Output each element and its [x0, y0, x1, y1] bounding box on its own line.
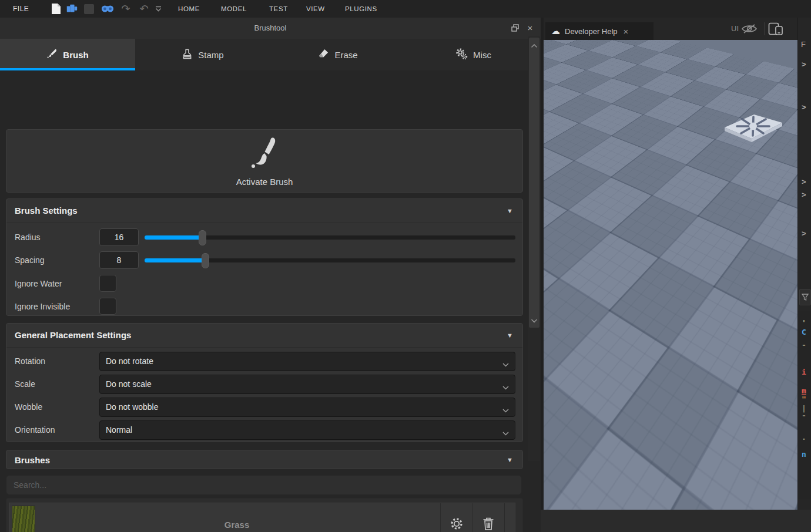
scale-dropdown[interactable]: Do not scale	[99, 375, 515, 394]
gear-icon	[450, 517, 464, 532]
brush-settings-gear-button[interactable]	[440, 503, 472, 532]
spacing-slider[interactable]	[145, 251, 515, 269]
scale-label: Scale	[15, 375, 35, 393]
new-file-icon[interactable]	[49, 2, 62, 15]
redo-icon[interactable]: ↷	[119, 2, 132, 15]
close-tab-icon[interactable]: ×	[624, 26, 629, 36]
tab-misc-label: Misc	[473, 50, 491, 60]
brush-search-input[interactable]	[6, 476, 521, 494]
tab-erase-label: Erase	[334, 50, 357, 60]
code-character: ·	[802, 435, 806, 443]
spacing-slider-handle[interactable]	[202, 253, 209, 268]
code-character: "	[802, 395, 806, 403]
spacing-value-input[interactable]: 8	[99, 251, 139, 269]
scroll-down-icon[interactable]	[531, 315, 538, 325]
undo-icon[interactable]: ↶	[138, 2, 150, 15]
menu-plugins[interactable]: PLUGINS	[345, 0, 377, 18]
brushtool-titlebar: Brushtool ×	[0, 18, 541, 39]
activate-brush-button[interactable]: Activate Brush	[6, 129, 523, 193]
brush-settings-section: Brush Settings ▼ Radius 16 Spacing 8	[6, 198, 523, 316]
code-character: -	[802, 411, 806, 420]
wobble-label: Wobble	[15, 398, 42, 416]
code-character: n	[802, 450, 806, 459]
tab-misc[interactable]: Misc	[406, 39, 541, 70]
collapse-caret-icon[interactable]: ▼	[507, 324, 513, 347]
rotation-value: Do not rotate	[106, 352, 153, 371]
collapse-caret-icon[interactable]: ▼	[507, 199, 513, 223]
tab-brush[interactable]: Brush	[0, 39, 135, 70]
rotation-dropdown[interactable]: Do not rotate	[99, 352, 515, 371]
float-panel-icon[interactable]	[509, 22, 521, 33]
brush-delete-button[interactable]	[472, 503, 505, 532]
3d-viewport[interactable]	[544, 40, 797, 510]
wobble-dropdown[interactable]: Do not wobble	[99, 398, 515, 417]
ignore-invisible-label: Ignore Invisible	[15, 298, 70, 315]
general-placement-header[interactable]: General Placement Settings ▼	[6, 324, 522, 348]
baseplate-ground[interactable]	[544, 40, 797, 510]
ignore-water-checkbox[interactable]	[99, 275, 116, 292]
brush-list-item[interactable]: Grass	[9, 503, 515, 532]
spacing-slider-fill	[145, 258, 205, 262]
filter-funnel-icon[interactable]	[799, 289, 811, 305]
cloud-icon: ☁	[551, 27, 560, 35]
device-emulation-icon[interactable]	[768, 22, 783, 38]
radius-slider-track[interactable]	[145, 235, 515, 240]
ignore-invisible-checkbox[interactable]	[99, 298, 116, 315]
orientation-dropdown[interactable]: Normal	[99, 420, 515, 440]
brush-item-name: Grass	[35, 503, 438, 532]
wobble-value: Do not wobble	[106, 398, 159, 416]
scroll-up-icon[interactable]	[531, 40, 538, 50]
radius-slider-fill	[145, 235, 202, 240]
brush-icon	[46, 48, 58, 61]
general-placement-title: General Placement Settings	[15, 324, 131, 347]
brushtool-content: Activate Brush Brush Settings ▼ Radius 1…	[0, 70, 541, 514]
brushtool-title: Brushtool	[0, 18, 541, 39]
radius-label: Radius	[15, 228, 41, 246]
menu-view[interactable]: VIEW	[306, 0, 325, 18]
chevron-down-icon	[502, 405, 509, 415]
file-menu[interactable]: FILE	[13, 0, 29, 18]
developer-help-label: Developer Help	[565, 27, 618, 36]
code-character: '	[802, 318, 806, 327]
menu-bar: FILE ↷ ↶ HOME MODEL TEST VIEW PLUGINS	[0, 0, 811, 18]
customize-quick-access-icon[interactable]	[154, 2, 162, 15]
close-panel-icon[interactable]: ×	[524, 22, 536, 33]
collapse-caret-icon[interactable]: ▼	[507, 450, 513, 470]
scrollbar-thumb[interactable]	[529, 38, 539, 328]
brush-list: Grass	[6, 498, 523, 532]
eraser-icon	[318, 48, 329, 61]
menu-model[interactable]: MODEL	[221, 0, 247, 18]
code-character: m	[802, 386, 806, 395]
toolbar-divider	[764, 22, 765, 35]
brush-settings-title: Brush Settings	[15, 199, 78, 223]
save-icon[interactable]	[82, 2, 95, 15]
ui-visibility-eye-icon[interactable]	[741, 23, 758, 37]
brush-large-icon	[249, 137, 280, 178]
tab-brush-label: Brush	[63, 50, 88, 60]
activate-brush-label: Activate Brush	[6, 177, 522, 187]
open-place-icon[interactable]	[65, 2, 78, 15]
orientation-label: Orientation	[15, 421, 55, 439]
find-icon[interactable]	[101, 2, 114, 15]
spawn-location[interactable]	[720, 112, 786, 148]
tab-erase[interactable]: Erase	[270, 39, 406, 70]
brushes-section-header[interactable]: Brushes ▼	[6, 450, 523, 469]
brushtool-panel: Brushtool × Brush Stamp Erase	[0, 18, 541, 532]
grass-thumbnail	[12, 506, 35, 532]
tab-stamp[interactable]: Stamp	[135, 39, 270, 70]
radius-slider[interactable]	[145, 228, 515, 246]
menu-test[interactable]: TEST	[269, 0, 288, 18]
tab-developer-help[interactable]: ☁ Developer Help ×	[545, 22, 654, 40]
menu-home[interactable]: HOME	[178, 0, 200, 18]
radius-slider-handle[interactable]	[199, 230, 206, 245]
brush-settings-header[interactable]: Brush Settings ▼	[6, 199, 522, 223]
code-character: C	[802, 328, 806, 336]
spacing-slider-track[interactable]	[145, 258, 515, 262]
code-character: i	[802, 368, 806, 376]
panel-scrollbar[interactable]	[528, 36, 540, 461]
viewport-tabbar: ☁ Developer Help × UI	[544, 18, 797, 40]
ui-toggle-label: UI	[731, 18, 739, 40]
brush-search-box	[6, 475, 522, 495]
orientation-value: Normal	[106, 421, 132, 439]
radius-value-input[interactable]: 16	[99, 228, 139, 246]
